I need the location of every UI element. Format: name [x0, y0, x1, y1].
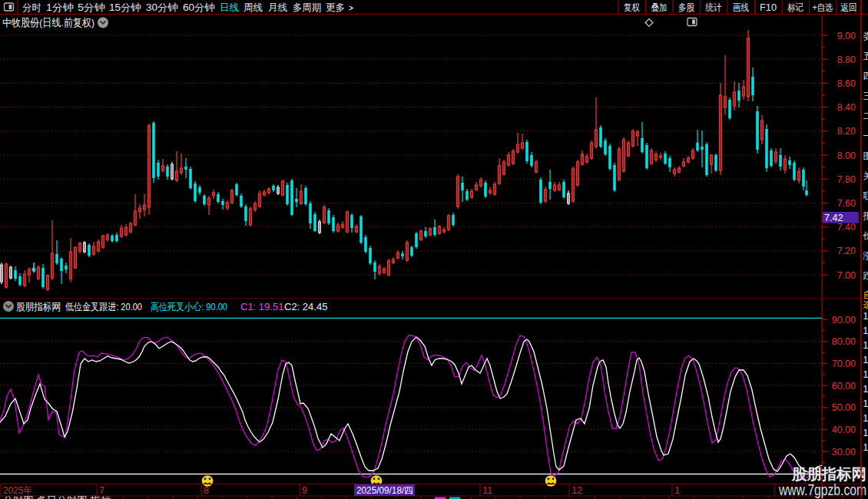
- svg-text:多周期: 多周期: [293, 2, 321, 13]
- svg-text:7: 7: [99, 485, 104, 496]
- svg-text:多股: 多股: [678, 2, 694, 13]
- svg-text:1: 1: [863, 442, 868, 453]
- svg-text:60分钟: 60分钟: [183, 2, 215, 13]
- svg-text:90.00: 90.00: [832, 315, 856, 326]
- svg-text:1: 1: [863, 340, 868, 351]
- svg-text:7.00: 7.00: [837, 270, 856, 281]
- svg-text:价: 价: [863, 230, 868, 241]
- svg-text:低位金叉跟进: 20.00: 低位金叉跟进: 20.00: [65, 301, 142, 312]
- svg-text:叠加: 叠加: [651, 2, 668, 13]
- svg-text:15分钟: 15分钟: [109, 2, 141, 13]
- svg-text:更多: 更多: [326, 2, 345, 13]
- svg-text:关: 关: [863, 170, 868, 181]
- svg-text:30分钟: 30分钟: [146, 2, 178, 13]
- svg-text:二: 二: [863, 111, 868, 121]
- svg-text:8.40: 8.40: [837, 102, 856, 113]
- svg-text:自: 自: [863, 289, 868, 300]
- svg-text:1: 1: [863, 311, 868, 322]
- svg-text:画线: 画线: [733, 2, 749, 13]
- svg-text:8.20: 8.20: [837, 126, 856, 137]
- svg-text:日线: 日线: [220, 2, 239, 13]
- svg-text:涨: 涨: [863, 250, 868, 261]
- svg-text:联: 联: [863, 190, 868, 201]
- svg-text:7.40: 7.40: [837, 222, 856, 233]
- svg-text:F10: F10: [760, 2, 777, 13]
- svg-text:9.00: 9.00: [837, 31, 856, 41]
- svg-text:1分钟: 1分钟: [46, 2, 74, 13]
- svg-text:8.80: 8.80: [837, 55, 856, 65]
- svg-text:1: 1: [863, 326, 868, 336]
- svg-text:C2: 24.45: C2: 24.45: [284, 301, 327, 312]
- svg-text:1: 1: [863, 384, 868, 395]
- svg-text:www.7gpzb.com: www.7gpzb.com: [778, 481, 866, 498]
- svg-text:8.60: 8.60: [837, 78, 856, 89]
- svg-text:›: ›: [348, 2, 354, 13]
- svg-text:1: 1: [863, 413, 868, 424]
- svg-text:报: 报: [863, 210, 868, 221]
- svg-text:7.20: 7.20: [837, 246, 856, 256]
- svg-text:11: 11: [482, 485, 492, 496]
- svg-text:30.00: 30.00: [832, 447, 856, 458]
- svg-text:一: 一: [863, 131, 868, 141]
- svg-text:9: 9: [302, 485, 307, 496]
- svg-text:8.00: 8.00: [837, 150, 856, 161]
- svg-text:月线: 月线: [268, 2, 287, 13]
- svg-text:分时: 分时: [22, 2, 41, 13]
- svg-text:跌: 跌: [863, 270, 868, 281]
- svg-text:8: 8: [204, 485, 209, 496]
- svg-text:股朋指标网: 股朋指标网: [791, 465, 866, 482]
- svg-text:2025/09/18/四: 2025/09/18/四: [356, 485, 413, 496]
- svg-text:7.80: 7.80: [837, 174, 856, 185]
- svg-text:股朋指标网: 股朋指标网: [16, 301, 61, 312]
- svg-text:三: 三: [863, 91, 868, 101]
- svg-text:标记: 标记: [787, 2, 803, 13]
- svg-text:五: 五: [863, 51, 868, 61]
- svg-text:1: 1: [674, 485, 680, 496]
- svg-text:1: 1: [863, 398, 868, 409]
- svg-text:60.00: 60.00: [832, 381, 856, 392]
- svg-text:返回: 返回: [841, 2, 857, 13]
- svg-text:70.00: 70.00: [832, 359, 856, 369]
- svg-text:2025年: 2025年: [3, 485, 32, 496]
- svg-text:1: 1: [863, 428, 868, 438]
- svg-text:50.00: 50.00: [832, 402, 856, 413]
- svg-text:四: 四: [863, 71, 868, 81]
- svg-text:C1: 19.51: C1: 19.51: [240, 301, 283, 312]
- svg-text:+自选: +自选: [813, 2, 833, 13]
- svg-text:7.42: 7.42: [824, 213, 843, 223]
- svg-text:1: 1: [863, 355, 868, 365]
- svg-text:选: 选: [863, 299, 868, 310]
- svg-text:7.60: 7.60: [837, 198, 856, 209]
- svg-text:图: 图: [863, 150, 868, 161]
- svg-text:12: 12: [571, 485, 582, 496]
- svg-text:40.00: 40.00: [832, 425, 856, 435]
- svg-text:委: 委: [863, 31, 868, 41]
- svg-text:中牧股份(日线.前复权): 中牧股份(日线.前复权): [2, 17, 94, 28]
- svg-text:80.00: 80.00: [832, 336, 856, 347]
- svg-text:分时图 多日分时图 指标: 分时图 多日分时图 指标: [3, 495, 111, 499]
- svg-text:高位死叉小心: 90.00: 高位死叉小心: 90.00: [151, 301, 227, 312]
- svg-text:5分钟: 5分钟: [78, 2, 105, 13]
- svg-text:周线: 周线: [244, 2, 263, 13]
- svg-text:统计: 统计: [706, 2, 722, 13]
- svg-text:1: 1: [863, 369, 868, 380]
- svg-text:复权: 复权: [624, 2, 640, 13]
